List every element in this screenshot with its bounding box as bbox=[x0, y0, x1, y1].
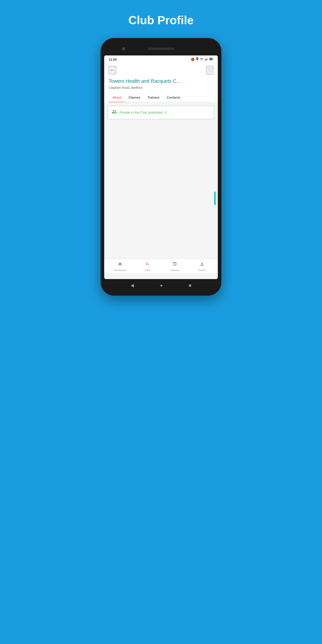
profile-icon bbox=[200, 262, 204, 268]
people-estimate-box: People in the Club (estimate): 0 bbox=[108, 106, 214, 119]
battery-icon bbox=[209, 58, 213, 61]
back-button[interactable]: ← bbox=[109, 66, 116, 74]
svg-rect-0 bbox=[205, 60, 206, 60]
phone-bottom-bar: ◀ ● ■ bbox=[104, 279, 218, 292]
phone-back-btn[interactable]: ◀ bbox=[130, 283, 134, 288]
phone-frame: 11:03 🔕 bbox=[100, 38, 222, 296]
nav-label-dashboard: Dashboard bbox=[114, 269, 126, 272]
nav-item-classes[interactable]: Classes bbox=[161, 262, 188, 272]
tab-contacts[interactable]: Contacts bbox=[163, 93, 184, 102]
tab-about[interactable]: About bbox=[109, 93, 125, 102]
nav-label-profile: Profile bbox=[198, 269, 205, 272]
phone-screen: 11:03 🔕 bbox=[104, 56, 218, 279]
side-scroll-indicator bbox=[214, 192, 216, 205]
tabs-container: About Classes Trainers Contacts bbox=[109, 93, 213, 102]
nav-item-dashboard[interactable]: Dashboard bbox=[106, 262, 134, 272]
find-icon bbox=[145, 262, 150, 268]
nav-item-profile[interactable]: Profile bbox=[188, 262, 216, 272]
favorite-button[interactable]: ♡ bbox=[206, 66, 213, 74]
bottom-nav: Dashboard Find Cla bbox=[104, 259, 218, 273]
phone-home-btn[interactable]: ● bbox=[160, 283, 162, 288]
nav-label-classes: Classes bbox=[170, 269, 179, 272]
svg-rect-5 bbox=[210, 58, 212, 60]
nav-label-find: Find bbox=[145, 269, 150, 272]
app-content: People in the Club (estimate): 0 bbox=[104, 102, 218, 259]
status-time: 11:03 bbox=[109, 58, 117, 61]
people-in-club-icon bbox=[112, 109, 117, 116]
status-icons: 🔕 bbox=[191, 57, 213, 62]
svg-rect-1 bbox=[206, 59, 206, 60]
page-title: Club Profile bbox=[128, 9, 194, 27]
phone-camera bbox=[122, 47, 125, 50]
svg-rect-2 bbox=[206, 58, 207, 60]
signal-icon bbox=[205, 58, 208, 61]
nav-item-find[interactable]: Find bbox=[134, 262, 161, 272]
tab-trainers[interactable]: Trainers bbox=[144, 93, 163, 102]
people-estimate-text: People in the Club (estimate): 0 bbox=[120, 110, 166, 114]
svg-rect-6 bbox=[213, 58, 213, 60]
svg-rect-3 bbox=[207, 58, 208, 60]
phone-recent-btn[interactable]: ■ bbox=[189, 283, 192, 288]
club-address: Clapham Road, Bedford bbox=[109, 86, 213, 90]
phone-speaker bbox=[148, 48, 174, 50]
club-name: Towers Health and Racquets C... bbox=[109, 78, 213, 84]
wifi-icon bbox=[200, 58, 204, 61]
app-header: ← ♡ Towers Health and Racquets C... Clap… bbox=[104, 63, 218, 102]
dashboard-icon bbox=[118, 262, 122, 268]
tab-classes[interactable]: Classes bbox=[125, 93, 144, 102]
classes-icon bbox=[172, 262, 177, 268]
header-nav: ← ♡ bbox=[109, 66, 213, 74]
phone-top-bar bbox=[104, 42, 218, 56]
location-icon bbox=[196, 57, 198, 62]
notification-icon: 🔕 bbox=[191, 58, 194, 61]
status-bar: 11:03 🔕 bbox=[104, 56, 218, 63]
phone-wrapper: 11:03 🔕 bbox=[100, 38, 222, 296]
